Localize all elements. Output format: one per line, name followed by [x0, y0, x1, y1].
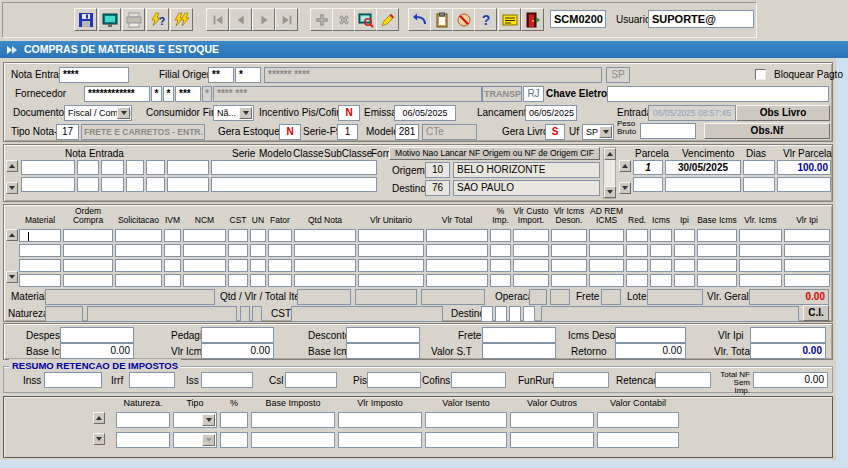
fornecedor-f2-field[interactable]: *: [163, 86, 174, 102]
paste-button[interactable]: [430, 8, 453, 31]
item-cell[interactable]: [674, 259, 695, 272]
item-cell[interactable]: [551, 259, 587, 272]
nota-cell[interactable]: [146, 177, 165, 192]
item-cell[interactable]: [490, 229, 511, 242]
item-cell[interactable]: [697, 229, 737, 242]
item-cell[interactable]: [358, 259, 424, 272]
item-cell[interactable]: [513, 259, 549, 272]
motivo-nao-lancar-button[interactable]: Motivo Nao Lancar NF Origem ou NF de Ori…: [389, 147, 600, 160]
valor-st-field[interactable]: [482, 343, 556, 359]
nota-cell[interactable]: [126, 177, 144, 192]
fornecedor-uf-field[interactable]: RJ: [523, 86, 544, 102]
item-cell[interactable]: [626, 244, 648, 257]
scroll-up-button[interactable]: [604, 148, 616, 160]
csl-field[interactable]: [285, 372, 337, 388]
item-cell[interactable]: [164, 229, 181, 242]
imposto-cell[interactable]: [510, 412, 594, 428]
nota-cell[interactable]: [101, 160, 124, 175]
imposto-cell[interactable]: [338, 432, 422, 448]
inss-field[interactable]: [44, 372, 102, 388]
vlr-ipi-field[interactable]: [750, 327, 826, 343]
item-cell[interactable]: [63, 274, 113, 287]
item-cell[interactable]: [589, 259, 624, 272]
item-cell[interactable]: [183, 259, 226, 272]
parcela-cell[interactable]: [633, 177, 663, 192]
user-field[interactable]: SUPORTE@: [648, 10, 754, 28]
save-button[interactable]: [74, 8, 97, 31]
vlr-icms-field[interactable]: 0.00: [201, 343, 274, 359]
pis-field[interactable]: [367, 372, 421, 388]
imposto-tipo-select[interactable]: [173, 432, 217, 448]
execute-button[interactable]: [170, 8, 193, 31]
item-cell[interactable]: [268, 244, 292, 257]
nota-cell[interactable]: [77, 177, 99, 192]
nota-cell[interactable]: [126, 160, 144, 175]
filial-sub-field[interactable]: *: [235, 67, 261, 83]
item-cell[interactable]: [650, 244, 672, 257]
emissao-field[interactable]: 06/05/2025: [394, 105, 456, 121]
item-cell[interactable]: [490, 244, 511, 257]
documento-select[interactable]: Fiscal / Comercial: [64, 105, 132, 121]
next-record-button[interactable]: [252, 8, 275, 31]
parcela-up-button[interactable]: [619, 160, 631, 172]
destino-item-field-3[interactable]: [509, 306, 521, 322]
item-cell[interactable]: [513, 274, 549, 287]
item-cell[interactable]: [513, 244, 549, 257]
item-cell[interactable]: [183, 274, 226, 287]
frete-total-field[interactable]: [482, 327, 556, 343]
item-cell[interactable]: [626, 274, 648, 287]
fornecedor-field[interactable]: ************: [84, 86, 150, 102]
serie-field[interactable]: 1: [337, 124, 358, 140]
vlr-total-field[interactable]: 0.00: [750, 343, 826, 359]
impostos-down-button[interactable]: [93, 433, 105, 445]
tipo-dropdown-button[interactable]: [202, 414, 215, 426]
exit-button[interactable]: [521, 8, 544, 31]
imposto-cell[interactable]: [597, 432, 679, 448]
item-cell[interactable]: [739, 229, 782, 242]
vencimento-cell[interactable]: 30/05/2025: [665, 160, 741, 175]
item-cell[interactable]: [115, 244, 162, 257]
iss-field[interactable]: [201, 372, 253, 388]
despesa-field[interactable]: [60, 327, 134, 343]
item-cell[interactable]: [63, 259, 113, 272]
consumidor-final-select[interactable]: Nã...: [213, 105, 254, 121]
item-cell[interactable]: [268, 259, 292, 272]
item-cell[interactable]: [183, 229, 226, 242]
obs-livro-button[interactable]: Obs Livro: [736, 105, 830, 121]
nota-cell[interactable]: [167, 177, 209, 192]
item-cell[interactable]: [426, 274, 488, 287]
itens-down-button[interactable]: [6, 271, 18, 283]
window-button[interactable]: [98, 8, 121, 31]
fornecedor-f3-field[interactable]: ***: [175, 86, 201, 102]
item-cell[interactable]: [589, 274, 624, 287]
item-cell[interactable]: [228, 259, 248, 272]
retencao-field[interactable]: [655, 372, 711, 388]
item-cell[interactable]: [19, 259, 61, 272]
item-cell[interactable]: [228, 244, 248, 257]
item-cell[interactable]: [551, 229, 587, 242]
imposto-cell[interactable]: [425, 432, 507, 448]
print-button[interactable]: [122, 8, 145, 31]
item-cell[interactable]: [697, 259, 737, 272]
imposto-cell[interactable]: [425, 412, 507, 428]
total-nf-field[interactable]: 0.00: [753, 372, 828, 388]
item-cell[interactable]: [551, 244, 587, 257]
nota-grid-down-button[interactable]: [6, 182, 18, 194]
last-record-button[interactable]: [275, 8, 298, 31]
imposto-cell[interactable]: [251, 432, 335, 448]
cancel-button[interactable]: [452, 8, 475, 31]
vlr-parcela-cell[interactable]: [777, 177, 831, 192]
destino-item-field-1[interactable]: [481, 306, 493, 322]
item-cell[interactable]: [294, 229, 356, 242]
item-cell[interactable]: [250, 244, 266, 257]
item-cell[interactable]: [294, 259, 356, 272]
nota-grid-up-button[interactable]: [6, 160, 18, 172]
item-cell[interactable]: [426, 229, 488, 242]
nota-cell[interactable]: [21, 160, 75, 175]
imposto-cell[interactable]: [220, 432, 248, 448]
nota-cell[interactable]: [101, 177, 124, 192]
retorno-field[interactable]: 0.00: [615, 343, 686, 359]
item-cell[interactable]: [358, 274, 424, 287]
item-cell[interactable]: [626, 259, 648, 272]
item-cell[interactable]: [650, 259, 672, 272]
